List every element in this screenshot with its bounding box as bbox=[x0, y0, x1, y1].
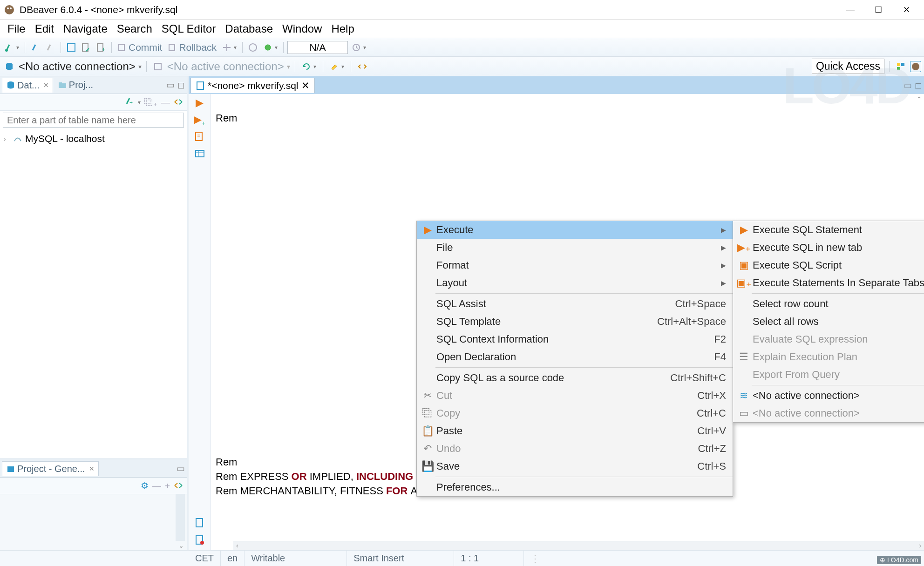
ctx-item-paste[interactable]: 📋PasteCtrl+V bbox=[417, 422, 733, 440]
collapse-icon[interactable]: — bbox=[152, 481, 161, 491]
settings-icon[interactable]: ⚙ bbox=[141, 480, 149, 491]
commit-button[interactable]: Commit bbox=[116, 41, 164, 54]
svg-rect-27 bbox=[196, 519, 203, 527]
exec-item-no-active-connection[interactable]: ≋<No active connection>C bbox=[733, 387, 924, 404]
explain-plan-icon[interactable] bbox=[195, 148, 205, 161]
auto-commit-button[interactable] bbox=[261, 42, 279, 53]
transaction-mode-button[interactable] bbox=[220, 42, 238, 53]
maximize-view-icon[interactable]: ◻ bbox=[915, 80, 922, 91]
save-script-icon[interactable] bbox=[195, 535, 205, 547]
table-filter-input[interactable] bbox=[3, 113, 184, 128]
chevron-down-icon[interactable]: ▾ bbox=[287, 63, 290, 70]
connect-button[interactable] bbox=[29, 42, 42, 53]
submenu-arrow-icon: ▶ bbox=[721, 226, 726, 234]
refresh-button[interactable] bbox=[300, 61, 318, 72]
ctx-item-save[interactable]: 💾SaveCtrl+S bbox=[417, 458, 733, 475]
menu-sql-editor[interactable]: SQL Editor bbox=[157, 20, 221, 37]
rollback-button[interactable]: Rollback bbox=[166, 41, 218, 54]
project-general-tab[interactable]: Project - Gene... ✕ bbox=[2, 461, 99, 476]
sql-editor-button[interactable] bbox=[65, 42, 78, 53]
new-connection-button[interactable] bbox=[3, 42, 21, 53]
minimize-view-icon[interactable]: ▭ bbox=[166, 80, 175, 90]
scroll-up-icon[interactable]: ⌃ bbox=[917, 95, 922, 104]
exec-item-execute-sql-in-new-tab[interactable]: ▶₊Execute SQL in new tabC bbox=[733, 239, 924, 256]
exec-item-execute-statements-in-separate-tabs[interactable]: ▣₊Execute Statements In Separate TabsCtr… bbox=[733, 274, 924, 292]
svg-text:+: + bbox=[129, 100, 133, 106]
new-connection-icon[interactable]: + bbox=[125, 96, 134, 108]
menu-item-label: Export From Query bbox=[753, 369, 924, 381]
chevron-down-icon[interactable]: ▾ bbox=[138, 63, 142, 70]
chevron-down-icon[interactable]: ▾ bbox=[138, 99, 141, 106]
disconnect-button[interactable] bbox=[44, 42, 57, 53]
new-folder-icon[interactable]: ⿻₊ bbox=[144, 97, 157, 108]
ctx-item-format[interactable]: Format▶ bbox=[417, 256, 733, 274]
ctx-item-sql-assist[interactable]: SQL AssistCtrl+Space bbox=[417, 295, 733, 313]
svg-rect-17 bbox=[897, 67, 900, 70]
close-icon[interactable]: ✕ bbox=[89, 465, 95, 472]
quick-access-input[interactable]: Quick Access bbox=[812, 59, 884, 74]
ctx-item-file[interactable]: File▶ bbox=[417, 239, 733, 256]
menu-item-label: Paste bbox=[436, 425, 683, 437]
datasource-icon[interactable] bbox=[3, 61, 16, 72]
menu-edit[interactable]: Edit bbox=[30, 20, 59, 37]
transaction-isolation-input[interactable] bbox=[287, 41, 348, 54]
load-script-icon[interactable] bbox=[195, 518, 205, 530]
menu-file[interactable]: File bbox=[3, 20, 30, 37]
highlight-button[interactable] bbox=[328, 61, 346, 72]
ctx-item-preferences[interactable]: Preferences... bbox=[417, 478, 733, 496]
close-icon[interactable]: ✕ bbox=[43, 81, 49, 89]
close-icon[interactable]: ✕ bbox=[301, 80, 310, 91]
minimize-view-icon[interactable]: ▭ bbox=[177, 463, 185, 474]
ctx-item-open-declaration[interactable]: Open DeclarationF4 bbox=[417, 348, 733, 366]
svg-point-0 bbox=[5, 5, 14, 14]
close-button[interactable]: ✕ bbox=[892, 0, 920, 19]
status-writable: Writable bbox=[245, 551, 347, 566]
datasource-selector[interactable]: <No active connection> bbox=[19, 60, 136, 73]
projects-tab[interactable]: Proj... bbox=[54, 78, 97, 92]
dbeaver-perspective-button[interactable] bbox=[910, 61, 921, 72]
scrollbar[interactable] bbox=[176, 494, 185, 541]
transaction-log-button[interactable] bbox=[246, 42, 259, 53]
schema-selector[interactable]: <No active connection> bbox=[167, 60, 284, 73]
history-button[interactable] bbox=[350, 42, 368, 53]
menu-help[interactable]: Help bbox=[326, 20, 359, 37]
database-navigator-tab[interactable]: Dat... ✕ bbox=[2, 78, 53, 93]
menu-item-icon: ▣₊ bbox=[735, 277, 753, 289]
execute-statement-icon[interactable]: ▶ bbox=[196, 97, 204, 109]
tree-item-mysql[interactable]: › MySQL - localhost bbox=[4, 132, 183, 145]
ctx-item-sql-template[interactable]: SQL TemplateCtrl+Alt+Space bbox=[417, 313, 733, 330]
ctx-item-execute[interactable]: ▶Execute▶ bbox=[417, 221, 733, 239]
menu-database[interactable]: Database bbox=[220, 20, 278, 37]
menu-item-icon: ▶ bbox=[735, 224, 753, 236]
svg-rect-16 bbox=[901, 63, 904, 66]
new-sql-button[interactable]: + bbox=[95, 42, 108, 53]
open-perspective-button[interactable] bbox=[894, 61, 907, 72]
ctx-item-sql-context-information[interactable]: SQL Context InformationF2 bbox=[417, 330, 733, 348]
maximize-view-icon[interactable]: ◻ bbox=[177, 80, 185, 90]
maximize-button[interactable]: ☐ bbox=[864, 0, 892, 19]
link-editor-icon[interactable] bbox=[174, 97, 183, 108]
menu-navigate[interactable]: Navigate bbox=[59, 20, 112, 37]
recent-sql-button[interactable] bbox=[80, 42, 93, 53]
minimize-view-icon[interactable]: ▭ bbox=[904, 80, 912, 91]
collapse-icon[interactable]: — bbox=[161, 97, 170, 108]
horizontal-scrollbar[interactable]: ‹› bbox=[233, 541, 924, 550]
exec-item-execute-sql-statement[interactable]: ▶Execute SQL StatementCtrl+ bbox=[733, 221, 924, 239]
menu-window[interactable]: Window bbox=[278, 20, 326, 37]
ctx-item-layout[interactable]: Layout▶ bbox=[417, 274, 733, 292]
exec-item-execute-sql-script[interactable]: ▣Execute SQL ScriptA bbox=[733, 256, 924, 274]
link-editor-icon[interactable] bbox=[174, 481, 183, 491]
execute-new-tab-icon[interactable]: ▶+ bbox=[194, 114, 205, 127]
ctx-item-copy-sql-as-a-source-code[interactable]: Copy SQL as a source codeCtrl+Shift+C bbox=[417, 369, 733, 387]
link-button[interactable] bbox=[356, 61, 369, 72]
minimize-button[interactable]: — bbox=[836, 0, 864, 19]
exec-item-select-all-rows[interactable]: Select all rowsCtrl+Alt+Sh bbox=[733, 313, 924, 330]
menu-item-icon: ▶₊ bbox=[735, 242, 753, 254]
exec-item-select-row-count[interactable]: Select row countCtrl+Alt+Sh bbox=[733, 295, 924, 313]
expand-icon[interactable]: › bbox=[4, 135, 10, 142]
editor-tab-mkverify[interactable]: *<none> mkverify.sql ✕ bbox=[190, 78, 315, 93]
add-icon[interactable]: + bbox=[165, 481, 170, 491]
execute-script-icon[interactable] bbox=[195, 131, 205, 144]
scroll-down-icon[interactable]: ⌄ bbox=[178, 542, 184, 549]
menu-search[interactable]: Search bbox=[112, 20, 157, 37]
